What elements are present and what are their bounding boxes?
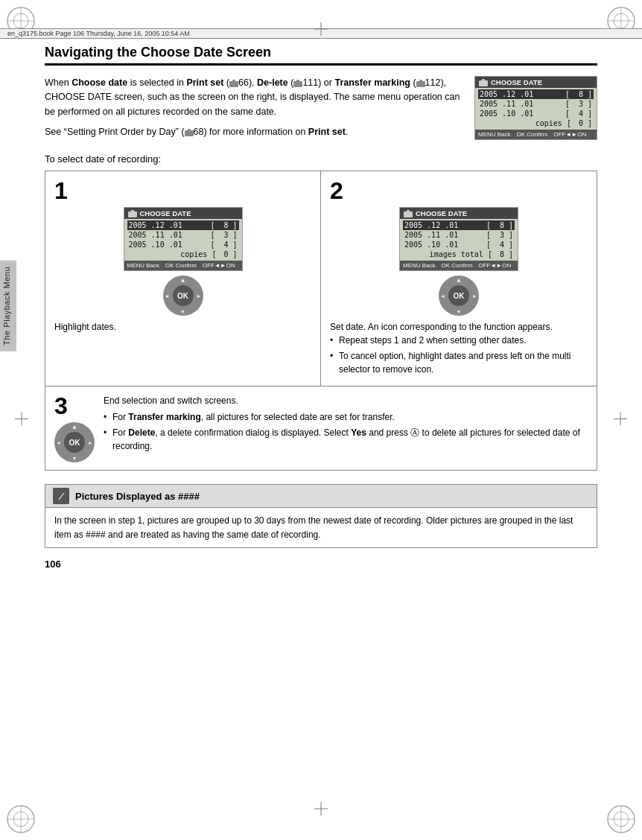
step-2-number: 2 [330,179,588,203]
page-title: Navigating the Choose Date Screen [45,45,597,66]
step-3-cell: 3 ▲ ▼ ◄ ► OK End selection and switch sc… [45,386,597,470]
ok-ring-2: ▲ ▼ ◄ ► OK [439,276,479,316]
select-date-label: To select date of recording: [45,153,597,165]
step-2-screen-title: CHOOSE DATE [400,208,518,219]
steps-row-12: 1 CHOOSE DATE 2005 .12 .01 [ 8 ] [45,171,597,386]
intro-screen-rows: 2005 .12 .01 [ 8 ] 2005 .11 .01 [ 3 ] 20… [475,88,597,130]
step-2-bullet-2: To cancel option, highlight dates and pr… [330,349,588,376]
step-3-bullet-1: For Transfer marking, all pictures for s… [104,410,588,424]
step-2-screen-wrap: CHOOSE DATE 2005 .12 .01 [ 8 ] 2005 .11 … [330,207,588,271]
step-2-bullets: Repeat steps 1 and 2 when setting other … [330,334,588,376]
step-1-ok-button: ▲ ▼ ◄ ► OK [54,276,311,316]
svg-rect-25 [232,80,235,82]
svg-rect-33 [482,79,485,81]
main-content: Navigating the Choose Date Screen When C… [45,45,597,795]
header-file-info: en_q3175.book Page 106 Thursday, June 16… [7,30,190,37]
svg-rect-35 [131,210,134,212]
svg-rect-31 [188,129,191,131]
step-3-content: End selection and switch screens. For Tr… [104,394,588,462]
step-3-bullets: For Transfer marking, all pictures for s… [104,410,588,453]
note-section: ∕ Pictures Displayed as #### In the scre… [45,484,597,548]
svg-rect-27 [296,80,299,82]
step-2-text: Set date. An icon corresponding to the f… [330,320,588,334]
note-title: Pictures Displayed as #### [75,491,200,502]
intro-copies: copies [ 0 ] [478,118,594,128]
step-2-bullet-1: Repeat steps 1 and 2 when setting other … [330,334,588,347]
step-2-screen: CHOOSE DATE 2005 .12 .01 [ 8 ] 2005 .11 … [399,207,518,271]
note-icon: ∕ [53,488,69,504]
step-1-screen-wrap: CHOOSE DATE 2005 .12 .01 [ 8 ] 2005 .11 … [54,207,311,271]
step-1-row-2: 2005 .11 .01 [ 3 ] [127,230,239,240]
step-2-screen-rows: 2005 .12 .01 [ 8 ] 2005 .11 .01 [ 3 ] 20… [400,219,518,261]
step-3-text: End selection and switch screens. [104,394,588,407]
svg-rect-34 [128,211,137,217]
intro-row-2: 2005 .11 .01 [ 3 ] [478,99,594,109]
steps-table: 1 CHOOSE DATE 2005 .12 .01 [ 8 ] [45,171,597,471]
intro-text: When Choose date is selected in Print se… [45,76,461,140]
step-1-screen: CHOOSE DATE 2005 .12 .01 [ 8 ] 2005 .11 … [124,207,243,271]
intro-camera-screen: CHOOSE DATE 2005 .12 .01 [ 8 ] 2005 .11 … [474,76,597,140]
step-3-number: 3 [54,394,95,418]
intro-paragraph2: See “Setting Print Order by Day” (68) fo… [45,125,461,139]
step-1-copies: copies [ 0 ] [127,249,239,259]
svg-rect-28 [416,81,425,87]
step-1-number: 1 [54,179,311,203]
ok-ring-1: ▲ ▼ ◄ ► OK [163,276,203,316]
step-1-row-1: 2005 .12 .01 [ 8 ] [127,220,239,230]
step-2-cell: 2 CHOOSE DATE 2005 .12 .01 [ 8 ] [321,171,597,386]
step-1-row-3: 2005 .10 .01 [ 4 ] [127,240,239,249]
step-2-images-total: images total [ 8 ] [403,249,515,259]
svg-rect-30 [185,130,194,136]
svg-rect-32 [479,80,488,86]
intro-paragraph1: When Choose date is selected in Print se… [45,76,461,119]
ok-label-2: OK [448,285,469,306]
step-1-screen-title: CHOOSE DATE [124,208,242,219]
crosshair-bottom [314,802,328,818]
ok-ring-3: ▲ ▼ ◄ ► OK [54,422,95,462]
note-title-bar: ∕ Pictures Displayed as #### [45,485,597,508]
step-2-row-3: 2005 .10 .01 [ 4 ] [403,240,515,249]
page-number: 106 [45,559,597,570]
svg-rect-36 [404,211,413,217]
svg-rect-26 [293,81,302,87]
crosshair-left [15,413,28,428]
step-3-ok-button: ▲ ▼ ◄ ► OK [54,422,95,462]
svg-rect-24 [229,81,238,87]
intro-row-1: 2005 .12 .01 [ 8 ] [478,89,594,99]
crosshair-top [314,22,328,36]
step-1-screen-rows: 2005 .12 .01 [ 8 ] 2005 .11 .01 [ 3 ] 20… [124,219,242,261]
intro-screen-footer: MENU Back OK Confirm OFF◄►ON [475,130,597,139]
ok-label-3: OK [64,432,85,453]
corner-decoration-bl [3,801,39,837]
note-body: In the screen in step 1, pictures are gr… [45,508,597,547]
step-2-footer: MENU Back OK Confirm OFF◄►ON [400,261,518,270]
intro-screen-title: CHOOSE DATE [475,77,597,88]
step-2-row-1: 2005 .12 .01 [ 8 ] [403,220,515,230]
svg-rect-37 [407,210,410,212]
step-2-row-2: 2005 .11 .01 [ 3 ] [403,230,515,240]
step-1-cell: 1 CHOOSE DATE 2005 .12 .01 [ 8 ] [45,171,321,386]
step-1-footer: MENU Back OK Confirm OFF◄►ON [124,261,242,270]
corner-decoration-br [603,801,639,837]
crosshair-right [614,413,627,428]
step-3-number-wrap: 3 ▲ ▼ ◄ ► OK [54,394,95,462]
sidebar-label: The Playback Menu [0,261,16,351]
step-2-ok-button: ▲ ▼ ◄ ► OK [330,276,588,316]
intro-section: When Choose date is selected in Print se… [45,76,597,140]
svg-rect-29 [419,80,422,82]
note-section-wrap: ∕ Pictures Displayed as #### In the scre… [45,484,597,548]
intro-row-3: 2005 .10 .01 [ 4 ] [478,109,594,118]
step-1-caption: Highlight dates. [54,320,311,334]
step-3-bullet-2: For Delete, a delete confirmation dialog… [104,426,588,453]
ok-label-1: OK [173,285,194,306]
